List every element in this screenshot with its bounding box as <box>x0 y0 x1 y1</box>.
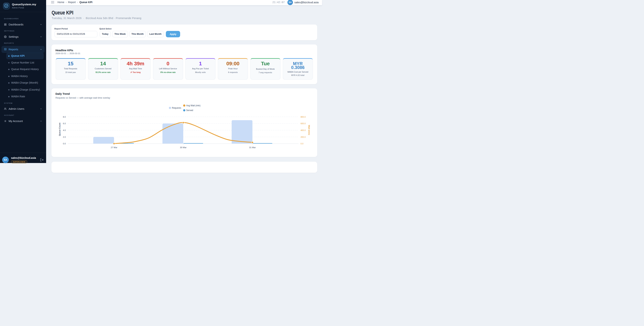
svg-text:Avg Wait (min): Avg Wait (min) <box>186 104 200 107</box>
svg-text:Served: Served <box>186 109 193 112</box>
svg-text:Requests: Requests <box>172 107 181 109</box>
svg-text:30 Mar: 30 Mar <box>180 146 186 149</box>
svg-text:4.0: 4.0 <box>63 129 66 131</box>
svg-text:400.0: 400.0 <box>300 129 306 131</box>
svg-text:Queue Count: Queue Count <box>58 123 61 136</box>
svg-text:31 Mar: 31 Mar <box>249 146 256 149</box>
svg-text:200.0: 200.0 <box>300 136 306 138</box>
svg-text:0.0: 0.0 <box>300 142 303 145</box>
svg-text:27 Mar: 27 Mar <box>111 146 117 149</box>
svg-text:600.0: 600.0 <box>300 122 306 125</box>
svg-text:2.0: 2.0 <box>63 136 66 138</box>
svg-text:Wait (min): Wait (min) <box>308 125 310 135</box>
svg-text:800.0: 800.0 <box>300 116 306 118</box>
svg-text:6.0: 6.0 <box>63 122 66 125</box>
svg-text:8.0: 8.0 <box>63 116 66 118</box>
svg-text:0.0: 0.0 <box>63 142 66 145</box>
